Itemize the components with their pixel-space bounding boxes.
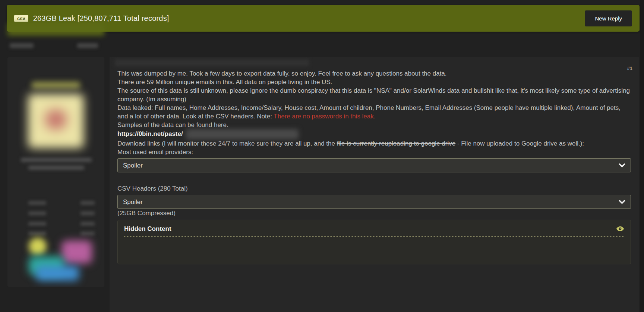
username-redacted[interactable] xyxy=(31,82,80,88)
chevron-down-icon xyxy=(619,163,625,168)
award-badge-redacted xyxy=(29,238,47,255)
hidden-content-divider xyxy=(124,236,624,237)
thread-prefix-badge[interactable]: csv xyxy=(14,15,28,22)
thread-header-bar: csv 263GB Leak [250,807,711 Total record… xyxy=(7,5,640,32)
download-links-line: Download links (I will monitor these 24/… xyxy=(117,139,631,148)
spoiler-select-email-providers[interactable]: Spoiler xyxy=(117,158,631,172)
hidden-content-header: Hidden Content xyxy=(124,225,624,233)
user-stat-label-redacted xyxy=(28,222,46,226)
samples-intro: Samples of the data can be found here. xyxy=(117,121,631,129)
post-meta-redacted xyxy=(77,43,98,48)
paste-url-redacted xyxy=(186,129,299,139)
compressed-note: (25GB Compressed) xyxy=(117,209,631,217)
download-suffix: - File now uploaded to Google drive as w… xyxy=(455,140,584,147)
post-container: #1 This was dumped by me. Took a few day… xyxy=(110,57,639,312)
user-title-redacted xyxy=(28,166,84,170)
user-title-redacted xyxy=(21,158,92,162)
download-prefix: Download links (I will monitor these 24/… xyxy=(117,140,337,147)
user-stat-value-redacted xyxy=(80,232,95,235)
post-paragraph: The source of this data is still unknown… xyxy=(117,86,631,104)
eye-icon xyxy=(616,226,624,232)
spoiler-label-email-providers: Most used email providers: xyxy=(117,148,631,156)
post-body: This was dumped by me. Took a few days t… xyxy=(110,69,639,264)
post-paragraph: Data leaked: Full names, Home Addresses,… xyxy=(117,104,631,121)
user-info-panel xyxy=(7,57,104,287)
user-stat-label-redacted xyxy=(28,211,46,215)
hidden-content-title: Hidden Content xyxy=(124,225,171,233)
spoiler-select-value: Spoiler xyxy=(123,198,143,206)
thread-title: 263GB Leak [250,807,711 Total records] xyxy=(33,14,169,23)
post-paragraph: This was dumped by me. Took a few days t… xyxy=(117,69,631,78)
hidden-content-box: Hidden Content xyxy=(117,220,631,264)
post-meta-redacted xyxy=(10,43,34,48)
user-stat-value-redacted xyxy=(80,201,95,205)
no-passwords-warning: There are no passwords in this leak. xyxy=(274,113,375,120)
user-stat-value-redacted xyxy=(80,222,95,226)
paste-url-link[interactable]: https://0bin.net/paste/ xyxy=(117,130,183,137)
avatar-redacted[interactable] xyxy=(28,94,84,148)
paste-url-line: https://0bin.net/paste/ xyxy=(117,129,631,139)
chevron-down-icon xyxy=(619,200,625,204)
download-struck-text: file is currently reuploading to google … xyxy=(337,140,455,147)
post-date-redacted xyxy=(115,59,309,66)
vertical-scrollbar[interactable] xyxy=(640,0,644,312)
user-stat-label-redacted xyxy=(28,232,46,235)
new-reply-button[interactable]: New Reply xyxy=(585,10,632,26)
spoiler-select-value: Spoiler xyxy=(123,161,143,170)
avatar-detail-redacted xyxy=(45,109,67,130)
user-stat-value-redacted xyxy=(80,211,95,215)
award-badge-redacted xyxy=(61,241,92,264)
user-stat-label-redacted xyxy=(28,201,46,205)
spoiler-select-csv-headers[interactable]: Spoiler xyxy=(117,195,631,209)
post-paragraph: There are 59 Million unique emails in th… xyxy=(117,78,631,86)
spoiler-label-csv-headers: CSV Headers (280 Total) xyxy=(117,184,631,193)
award-badge-redacted xyxy=(36,266,79,281)
